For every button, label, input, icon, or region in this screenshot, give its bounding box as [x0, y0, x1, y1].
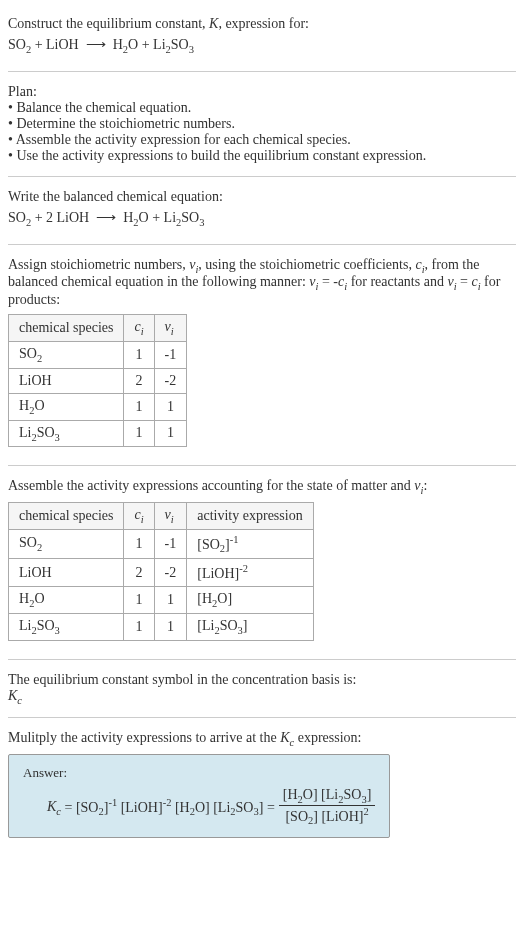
- table-row: H2O 1 1 [H2O]: [9, 587, 314, 614]
- expr-cell: [SO2]-1: [187, 529, 313, 558]
- table-header: ci: [124, 315, 154, 342]
- answer-expression: Kc = [SO2]-1 [LiOH]-2 [H2O] [Li2SO3] = […: [23, 787, 375, 826]
- activity-section: Assemble the activity expressions accoun…: [8, 470, 516, 654]
- c-cell: 1: [124, 393, 154, 420]
- stoich-table: chemical species ci νi SO2 1 -1 LiOH 2 -…: [8, 314, 187, 447]
- v-cell: -1: [154, 341, 187, 368]
- divider: [8, 465, 516, 466]
- table-header: νi: [154, 503, 187, 530]
- v-cell: 1: [154, 587, 187, 614]
- divider: [8, 659, 516, 660]
- v-cell: 1: [154, 393, 187, 420]
- stoich-section: Assign stoichiometric numbers, νi, using…: [8, 249, 516, 462]
- balanced-heading: Write the balanced chemical equation:: [8, 189, 516, 205]
- table-header: ci: [124, 503, 154, 530]
- table-row: LiOH 2 -2 [LiOH]-2: [9, 559, 314, 587]
- plan-section: Plan: Balance the chemical equation. Det…: [8, 76, 516, 172]
- c-cell: 1: [124, 529, 154, 558]
- species-cell: Li2SO3: [9, 613, 124, 640]
- species-cell: H2O: [9, 587, 124, 614]
- c-cell: 2: [124, 368, 154, 393]
- intro-equation: SO2 + LiOH ⟶ H2O + Li2SO3: [8, 32, 516, 59]
- table-row: SO2 1 -1: [9, 341, 187, 368]
- multiply-heading: Mulitply the activity expressions to arr…: [8, 730, 516, 748]
- v-cell: 1: [154, 420, 187, 447]
- table-row: LiOH 2 -2: [9, 368, 187, 393]
- divider: [8, 71, 516, 72]
- symbol-line1: The equilibrium constant symbol in the c…: [8, 672, 516, 688]
- species-cell: SO2: [9, 341, 124, 368]
- activity-heading: Assemble the activity expressions accoun…: [8, 478, 516, 496]
- answer-box: Answer: Kc = [SO2]-1 [LiOH]-2 [H2O] [Li2…: [8, 754, 390, 837]
- symbol-section: The equilibrium constant symbol in the c…: [8, 664, 516, 714]
- table-header: chemical species: [9, 315, 124, 342]
- stoich-text: Assign stoichiometric numbers, νi, using…: [8, 257, 516, 309]
- activity-table: chemical species ci νi activity expressi…: [8, 502, 314, 641]
- intro-line: Construct the equilibrium constant, K, e…: [8, 16, 516, 32]
- c-cell: 2: [124, 559, 154, 587]
- divider: [8, 717, 516, 718]
- species-cell: Li2SO3: [9, 420, 124, 447]
- table-row: Li2SO3 1 1: [9, 420, 187, 447]
- divider: [8, 176, 516, 177]
- c-cell: 1: [124, 587, 154, 614]
- v-cell: -1: [154, 529, 187, 558]
- table-header: νi: [154, 315, 187, 342]
- table-header: chemical species: [9, 503, 124, 530]
- v-cell: -2: [154, 559, 187, 587]
- plan-item: Assemble the activity expression for eac…: [8, 132, 516, 148]
- expr-cell: [Li2SO3]: [187, 613, 313, 640]
- species-cell: SO2: [9, 529, 124, 558]
- species-cell: LiOH: [9, 559, 124, 587]
- plan-heading: Plan:: [8, 84, 516, 100]
- balanced-section: Write the balanced chemical equation: SO…: [8, 181, 516, 240]
- expr-cell: [H2O]: [187, 587, 313, 614]
- intro-section: Construct the equilibrium constant, K, e…: [8, 8, 516, 67]
- plan-list: Balance the chemical equation. Determine…: [8, 100, 516, 164]
- c-cell: 1: [124, 613, 154, 640]
- plan-item: Balance the chemical equation.: [8, 100, 516, 116]
- balanced-equation: SO2 + 2 LiOH ⟶ H2O + Li2SO3: [8, 205, 516, 232]
- divider: [8, 244, 516, 245]
- c-cell: 1: [124, 420, 154, 447]
- plan-item: Determine the stoichiometric numbers.: [8, 116, 516, 132]
- v-cell: -2: [154, 368, 187, 393]
- c-cell: 1: [124, 341, 154, 368]
- species-cell: LiOH: [9, 368, 124, 393]
- expr-cell: [LiOH]-2: [187, 559, 313, 587]
- symbol-kc: Kc: [8, 688, 516, 706]
- table-row: H2O 1 1: [9, 393, 187, 420]
- table-header: activity expression: [187, 503, 313, 530]
- answer-label: Answer:: [23, 765, 375, 781]
- table-row: Li2SO3 1 1 [Li2SO3]: [9, 613, 314, 640]
- table-row: SO2 1 -1 [SO2]-1: [9, 529, 314, 558]
- plan-item: Use the activity expressions to build th…: [8, 148, 516, 164]
- multiply-section: Mulitply the activity expressions to arr…: [8, 722, 516, 851]
- species-cell: H2O: [9, 393, 124, 420]
- v-cell: 1: [154, 613, 187, 640]
